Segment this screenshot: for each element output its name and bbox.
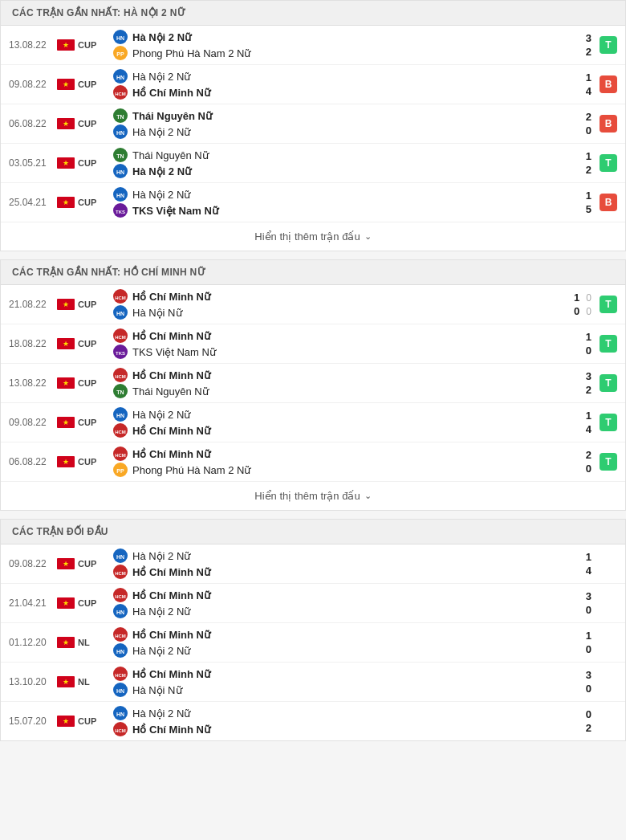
chevron-down-icon: ⌄ bbox=[364, 491, 372, 501]
scores-column: 3 0 bbox=[569, 669, 591, 695]
match-date: 09.08.22 bbox=[9, 79, 57, 90]
match-row: 09.08.22 CUP HN Hà Nội 2 Nữ HCM Hồ Chí M… bbox=[1, 403, 625, 442]
show-more-button[interactable]: Hiển thị thêm trận đấu ⌄ bbox=[1, 481, 625, 510]
score-2: 0 bbox=[575, 643, 591, 655]
match-date: 21.04.21 bbox=[9, 597, 57, 609]
teams-block: HCM Hồ Chí Minh Nữ TKS TKS Việt Nam Nữ bbox=[113, 328, 563, 359]
team-row-2: PP Phong Phú Hà Nam 2 Nữ bbox=[113, 46, 563, 60]
team-icon-1: HN bbox=[113, 706, 128, 720]
score-1: 1 bbox=[575, 551, 591, 563]
team-name-1: Hà Nội 2 Nữ bbox=[132, 31, 563, 43]
svg-text:TN: TN bbox=[116, 153, 124, 159]
team-name-2: Hồ Chí Minh Nữ bbox=[132, 724, 563, 736]
team-icon-2: TN bbox=[113, 384, 128, 398]
match-row: 06.08.22 CUP TN Thái Nguyên Nữ HN Hà Nội… bbox=[1, 104, 625, 144]
flag-icon bbox=[57, 299, 75, 310]
scores-column: 1 4 bbox=[569, 71, 591, 97]
team-name-2: Hồ Chí Minh Nữ bbox=[132, 566, 563, 578]
team-name-1: Hồ Chí Minh Nữ bbox=[132, 448, 563, 460]
team-name-1: Hồ Chí Minh Nữ bbox=[132, 369, 563, 381]
team-row-1: HN Hà Nội 2 Nữ bbox=[113, 187, 563, 202]
match-group: 13.08.22 CUP HN Hà Nội 2 Nữ PP Phong Phú… bbox=[1, 26, 625, 222]
team-row-2: HN Hà Nội Nữ bbox=[113, 683, 563, 697]
match-row: 01.12.20 NL HCM Hồ Chí Minh Nữ HN Hà Nội… bbox=[1, 623, 625, 663]
svg-text:HN: HN bbox=[116, 649, 124, 654]
match-group: 21.08.22 CUP HCM Hồ Chí Minh Nữ HN Hà Nộ… bbox=[1, 285, 625, 481]
team-row-1: HN Hà Nội 2 Nữ bbox=[113, 30, 563, 44]
match-row: 09.08.22 CUP HN Hà Nội 2 Nữ HCM Hồ Chí M… bbox=[1, 544, 625, 584]
flag-icon bbox=[57, 716, 75, 727]
match-date: 01.12.20 bbox=[9, 637, 57, 648]
team-row-1: HCM Hồ Chí Minh Nữ bbox=[113, 667, 563, 681]
score-2: 4 bbox=[575, 85, 591, 97]
team-row-2: HCM Hồ Chí Minh Nữ bbox=[113, 565, 563, 579]
team-row-2: HN Hà Nội Nữ bbox=[113, 305, 551, 320]
section: CÁC TRẬN GẦN NHẤT: HÀ NỘI 2 NỮ 13.08.22 … bbox=[0, 0, 626, 251]
flag-icon bbox=[57, 637, 75, 648]
team-icon-1: HN bbox=[113, 69, 128, 84]
score-1: 1 bbox=[575, 71, 591, 84]
team-row-1: HCM Hồ Chí Minh Nữ bbox=[113, 588, 563, 602]
svg-text:HN: HN bbox=[116, 311, 124, 316]
svg-text:HCM: HCM bbox=[115, 634, 126, 638]
team-icon-2: HN bbox=[113, 683, 128, 697]
competition-label: CUP bbox=[78, 378, 108, 388]
competition-label: CUP bbox=[78, 716, 108, 726]
score-2: 0 bbox=[575, 683, 591, 695]
match-date: 21.08.22 bbox=[9, 299, 57, 310]
flag-icon bbox=[57, 157, 75, 169]
scores-column: 1 2 bbox=[569, 150, 591, 176]
scores-column: 10 00 bbox=[557, 292, 591, 317]
team-name-1: Thái Nguyên Nữ bbox=[132, 110, 563, 122]
team-name-2: Hà Nội 2 Nữ bbox=[132, 645, 563, 657]
competition-label: CUP bbox=[78, 457, 108, 467]
teams-block: HN Hà Nội 2 Nữ HCM Hồ Chí Minh Nữ bbox=[113, 548, 563, 579]
competition-label: CUP bbox=[78, 158, 108, 168]
flag-icon bbox=[57, 79, 75, 90]
teams-block: HN Hà Nội 2 Nữ PP Phong Phú Hà Nam 2 Nữ bbox=[113, 30, 563, 60]
team-icon-2: PP bbox=[113, 46, 128, 60]
svg-text:HCM: HCM bbox=[115, 335, 126, 340]
score-1: 2 bbox=[575, 111, 591, 123]
team-icon-1: HCM bbox=[113, 447, 128, 461]
team-icon-2: HCM bbox=[113, 423, 128, 438]
team-row-2: HN Hà Nội 2 Nữ bbox=[113, 604, 563, 618]
match-row: 13.10.20 NL HCM Hồ Chí Minh Nữ HN Hà Nội… bbox=[1, 663, 625, 702]
score-1: 1 bbox=[563, 292, 579, 304]
match-group: 09.08.22 CUP HN Hà Nội 2 Nữ HCM Hồ Chí M… bbox=[1, 544, 625, 740]
svg-text:HCM: HCM bbox=[115, 453, 126, 458]
team-name-2: Phong Phú Hà Nam 2 Nữ bbox=[132, 464, 563, 476]
score-2: 0 bbox=[563, 305, 579, 317]
team-row-1: HN Hà Nội 2 Nữ bbox=[113, 548, 563, 563]
team-icon-1: HCM bbox=[113, 667, 128, 681]
team-icon-1: HN bbox=[113, 30, 128, 44]
competition-label: NL bbox=[78, 638, 108, 647]
scores-column: 1 4 bbox=[569, 410, 591, 435]
svg-text:TN: TN bbox=[116, 114, 124, 120]
team-name-1: Hồ Chí Minh Nữ bbox=[132, 668, 563, 680]
section-header: CÁC TRẬN ĐỐI ĐẦU bbox=[1, 520, 625, 544]
team-icon-1: HN bbox=[113, 187, 128, 202]
show-more-button[interactable]: Hiển thị thêm trận đấu ⌄ bbox=[1, 222, 625, 251]
score-1: 1 bbox=[575, 630, 591, 642]
score-2: 2 bbox=[575, 384, 591, 396]
match-row: 21.08.22 CUP HCM Hồ Chí Minh Nữ HN Hà Nộ… bbox=[1, 285, 625, 324]
team-name-1: Hà Nội 2 Nữ bbox=[132, 409, 563, 421]
competition-label: CUP bbox=[78, 119, 108, 128]
section: CÁC TRẬN ĐỐI ĐẦU 09.08.22 CUP HN Hà Nội … bbox=[0, 519, 626, 741]
match-row: 13.08.22 CUP HCM Hồ Chí Minh Nữ TN Thái … bbox=[1, 364, 625, 403]
team-row-2: TN Thái Nguyên Nữ bbox=[113, 384, 563, 398]
svg-text:TKS: TKS bbox=[116, 210, 125, 214]
flag-icon bbox=[57, 597, 75, 609]
team-icon-1: HCM bbox=[113, 289, 128, 304]
competition-label: CUP bbox=[78, 300, 108, 309]
team-icon-2: HN bbox=[113, 305, 128, 320]
match-date: 13.08.22 bbox=[9, 39, 57, 51]
team-row-2: HN Hà Nội 2 Nữ bbox=[113, 124, 563, 139]
flag-icon bbox=[57, 338, 75, 349]
team-row-2: TKS TKS Việt Nam Nữ bbox=[113, 345, 563, 359]
team-icon-2: TKS bbox=[113, 203, 128, 218]
score-1: 0 bbox=[575, 708, 591, 720]
teams-block: HCM Hồ Chí Minh Nữ TN Thái Nguyên Nữ bbox=[113, 368, 563, 398]
team-icon-2: TKS bbox=[113, 345, 128, 359]
